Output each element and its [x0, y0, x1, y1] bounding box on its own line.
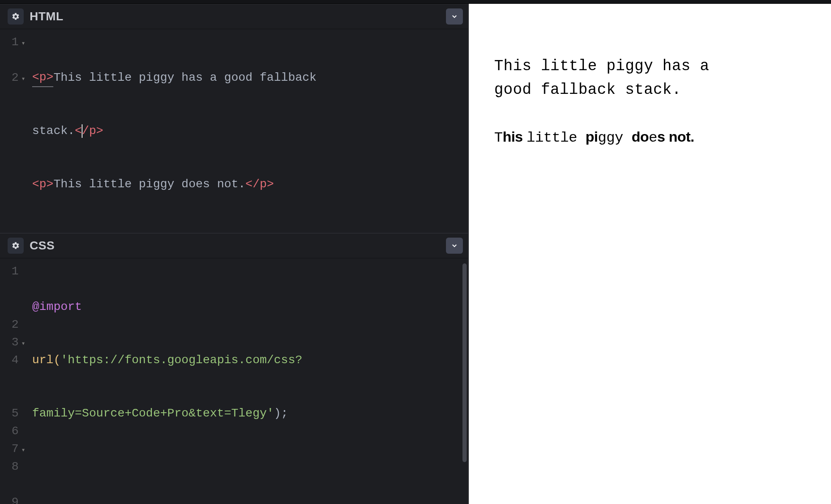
- code-token: This little piggy does not.: [53, 175, 245, 193]
- html-code[interactable]: <p>This little piggy has a good fallback…: [22, 29, 468, 233]
- line-number: 2: [11, 69, 19, 87]
- fold-icon[interactable]: ▾: [21, 40, 25, 47]
- code-token: 'https://fonts.googleapis.com/css?: [61, 351, 302, 369]
- panel-css-title: CSS: [30, 239, 55, 252]
- code-token: This little piggy has a good fallback: [53, 69, 324, 87]
- scrollbar-thumb[interactable]: [462, 263, 467, 462]
- code-token: );: [274, 405, 288, 422]
- line-number: 7: [11, 440, 19, 458]
- css-editor[interactable]: 1 2 3▾ 4 5 6 7▾ 8 9 10 @imp: [0, 258, 468, 504]
- line-number: 2: [11, 316, 19, 334]
- line-number: 4: [11, 351, 19, 369]
- window-topbar: [0, 0, 831, 4]
- preview-pane: This little piggy has a good fallback st…: [469, 4, 831, 504]
- fold-icon[interactable]: ▾: [21, 340, 25, 347]
- code-token: <p>: [32, 68, 53, 87]
- code-token: <: [75, 122, 82, 140]
- line-number: 1: [11, 263, 19, 280]
- fold-icon[interactable]: ▾: [21, 447, 25, 454]
- chevron-down-icon: [451, 242, 458, 249]
- fold-icon[interactable]: ▾: [21, 76, 25, 82]
- panel-html: HTML 1▾ 2▾ <p>This little piggy has a go…: [0, 4, 468, 233]
- css-dropdown-button[interactable]: [446, 238, 463, 254]
- code-token: @import: [32, 298, 82, 316]
- line-number: 8: [11, 458, 19, 476]
- code-token: stack.: [32, 122, 75, 140]
- css-settings-button[interactable]: [8, 238, 24, 254]
- css-gutter: 1 2 3▾ 4 5 6 7▾ 8 9 10: [0, 258, 22, 504]
- html-settings-button[interactable]: [8, 8, 24, 25]
- line-number: 5: [11, 405, 19, 422]
- panel-html-header: HTML: [0, 4, 468, 29]
- code-token: <p>: [32, 175, 53, 193]
- code-token: url(: [32, 351, 61, 369]
- panel-css-header: CSS: [0, 233, 468, 258]
- gear-icon: [11, 12, 20, 21]
- chevron-down-icon: [451, 13, 458, 20]
- preview-paragraph-2: This little piggy does not.: [494, 126, 731, 149]
- css-code[interactable]: @import url('https://fonts.googleapis.co…: [22, 258, 468, 504]
- line-number: 3: [11, 334, 19, 351]
- html-gutter: 1▾ 2▾: [0, 29, 22, 233]
- main-split: HTML 1▾ 2▾ <p>This little piggy has a go…: [0, 4, 831, 504]
- editors-column: HTML 1▾ 2▾ <p>This little piggy has a go…: [0, 4, 469, 504]
- html-editor[interactable]: 1▾ 2▾ <p>This little piggy has a good fa…: [0, 29, 468, 233]
- panel-html-title: HTML: [30, 10, 63, 23]
- html-dropdown-button[interactable]: [446, 8, 463, 25]
- code-token: family=Source+Code+Pro&text=Tlegy': [32, 405, 274, 422]
- preview-paragraph-1: This little piggy has a good fallback st…: [494, 55, 731, 102]
- panel-css: CSS 1 2 3▾ 4 5 6 7▾: [0, 233, 468, 504]
- line-number: 1: [11, 33, 19, 51]
- line-number: 9: [11, 493, 19, 504]
- line-number: 6: [11, 422, 19, 440]
- code-token: </p>: [245, 175, 274, 193]
- code-token: /p>: [82, 122, 103, 140]
- gear-icon: [11, 241, 20, 250]
